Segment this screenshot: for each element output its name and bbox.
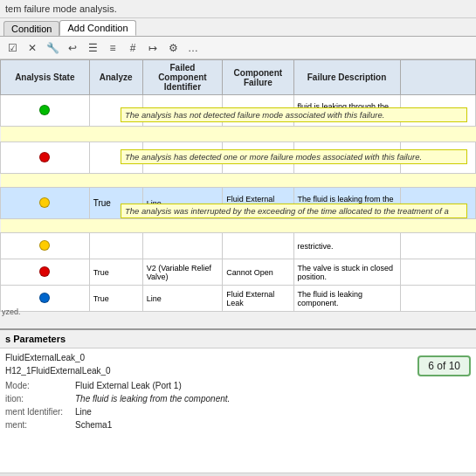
param-value-schema: Schema1 bbox=[75, 420, 401, 430]
bottom-inner: FluidExternalLeak_0 H12_1FluidExternalLe… bbox=[0, 348, 476, 473]
toolbar-lines-btn[interactable]: ≡ bbox=[104, 39, 121, 57]
notif-spacer-row-3 bbox=[1, 219, 476, 233]
param-row-schema: ment: Schema1 bbox=[5, 419, 401, 431]
cell-dot bbox=[1, 188, 90, 219]
right-counter: 6 of 10 bbox=[401, 352, 471, 469]
cell-cf bbox=[223, 142, 293, 174]
param-row-2: H12_1FluidExternalLeak_0 bbox=[5, 365, 401, 376]
analyzed-label: yzed. bbox=[2, 307, 21, 316]
params-title: s Parameters bbox=[0, 330, 476, 348]
cell-fd: The fluid is leaking component. bbox=[293, 286, 400, 312]
table-row[interactable]: restrictive. bbox=[1, 233, 476, 259]
counter-badge[interactable]: 6 of 10 bbox=[417, 355, 471, 376]
cell-analyze bbox=[89, 142, 142, 174]
cell-cf: (Port 1), (Port 2) bbox=[223, 95, 293, 127]
bottom-scrollbar[interactable] bbox=[0, 473, 476, 476]
tab-add-condition[interactable]: Add Condition bbox=[59, 20, 135, 36]
param-value-2: H12_1FluidExternalLeak_0 bbox=[5, 366, 401, 376]
bottom-section: s Parameters FluidExternalLeak_0 H12_1Fl… bbox=[0, 330, 476, 476]
table-row[interactable]: True Line Fluid External Leak The fluid … bbox=[1, 286, 476, 312]
cell-extra bbox=[400, 188, 475, 219]
cell-analyze: True bbox=[89, 286, 142, 312]
table-row[interactable]: ing ent. bbox=[1, 142, 476, 174]
dot-yellow-icon bbox=[39, 240, 50, 251]
cell-fci: Line bbox=[142, 286, 223, 312]
table-row[interactable]: True Line Fluid External Leak (Port 1) T… bbox=[1, 188, 476, 219]
toolbar-arrow-btn[interactable]: ↦ bbox=[144, 39, 162, 57]
cell-cf: Fluid External Leak (Port 1) bbox=[223, 188, 293, 219]
col-header-analyze: Analyze bbox=[89, 60, 142, 95]
param-row-mode: Mode: Fluid External Leak (Port 1) bbox=[5, 380, 401, 391]
param-label-ident: ment Identifier: bbox=[5, 407, 75, 417]
cell-dot bbox=[1, 142, 90, 174]
toolbar-hash-btn[interactable]: # bbox=[124, 39, 141, 57]
cell-analyze: True bbox=[89, 188, 142, 219]
cell-fd: The valve is stuck in closed position. bbox=[293, 259, 400, 286]
cell-fd: The fluid is leaking from the component. bbox=[293, 188, 400, 219]
col-header-extra bbox=[400, 60, 475, 95]
col-header-fd: Failure Description bbox=[293, 60, 400, 95]
tab-condition[interactable]: Condition bbox=[3, 21, 59, 36]
toolbar-undo-btn[interactable]: ↩ bbox=[64, 39, 81, 57]
cell-fd: fluid is leaking through the component. bbox=[293, 95, 400, 127]
dot-yellow-small-icon bbox=[39, 197, 50, 208]
top-bar-text: tem failure mode analysis. bbox=[5, 3, 117, 14]
toolbar-list-btn[interactable]: ☰ bbox=[84, 39, 101, 57]
table-row[interactable]: True V2 (Variable Relief Valve) Cannot O… bbox=[1, 259, 476, 286]
col-header-fci: Failed Component Identifier bbox=[142, 60, 223, 95]
toolbar-dots-btn[interactable]: … bbox=[184, 39, 202, 57]
main-content: The analysis has not detected failure mo… bbox=[0, 59, 476, 476]
cell-extra bbox=[400, 259, 475, 286]
cell-fci bbox=[142, 142, 223, 174]
param-row-ident: ment Identifier: Line bbox=[5, 406, 401, 417]
toolbar-gear-btn[interactable]: ⚙ bbox=[164, 39, 182, 57]
cell-analyze bbox=[89, 95, 142, 127]
cell-dot bbox=[1, 259, 90, 286]
toolbar-close-btn[interactable]: ✕ bbox=[24, 39, 41, 57]
notif-spacer-row bbox=[1, 127, 476, 142]
cell-analyze: True bbox=[89, 259, 142, 286]
cell-extra bbox=[400, 142, 475, 174]
cell-fci: V2 (Variable Relief Valve) bbox=[142, 259, 223, 286]
cell-fci bbox=[142, 233, 223, 259]
cell-dot bbox=[1, 95, 90, 127]
table-section: The analysis has not detected failure mo… bbox=[0, 59, 476, 330]
cell-cf: Cannot Open bbox=[223, 259, 293, 286]
param-value-desc: The fluid is leaking from the component. bbox=[75, 394, 401, 404]
cell-fci: Pump with Quality bbox=[142, 95, 223, 127]
tab-bar: Condition Add Condition bbox=[0, 18, 476, 37]
cell-cf: Fluid External Leak bbox=[223, 286, 293, 312]
param-row-desc: ition: The fluid is leaking from the com… bbox=[5, 393, 401, 404]
cell-fci: Line bbox=[142, 188, 223, 219]
notif-spacer-row-2 bbox=[1, 174, 476, 188]
cell-extra bbox=[400, 95, 475, 127]
cell-extra bbox=[400, 233, 475, 259]
cell-analyze bbox=[89, 233, 142, 259]
param-value-ident: Line bbox=[75, 407, 401, 417]
table-row[interactable]: Pump with Quality (Port 1), (Port 2) flu… bbox=[1, 95, 476, 127]
param-value-mode: Fluid External Leak (Port 1) bbox=[75, 381, 401, 390]
cell-fd: restrictive. bbox=[293, 233, 400, 259]
dot-red-2-icon bbox=[39, 266, 50, 277]
toolbar-tool-btn[interactable]: 🔧 bbox=[44, 39, 61, 57]
param-label-desc: ition: bbox=[5, 394, 75, 404]
param-row-1: FluidExternalLeak_0 bbox=[5, 352, 401, 363]
cell-extra bbox=[400, 286, 475, 312]
param-value-1: FluidExternalLeak_0 bbox=[5, 353, 401, 362]
cell-cf bbox=[223, 233, 293, 259]
dot-blue-icon bbox=[39, 293, 50, 303]
left-params: FluidExternalLeak_0 H12_1FluidExternalLe… bbox=[5, 352, 401, 469]
col-header-analysis-state: Analysis State bbox=[1, 60, 90, 95]
col-header-cf: Component Failure bbox=[223, 60, 293, 95]
cell-fd: ing ent. bbox=[293, 142, 400, 174]
dot-green-icon bbox=[39, 105, 50, 115]
toolbar: ☑ ✕ 🔧 ↩ ☰ ≡ # ↦ ⚙ … bbox=[0, 37, 476, 59]
dot-red-icon bbox=[39, 152, 50, 162]
cell-dot bbox=[1, 233, 90, 259]
param-label-mode: Mode: bbox=[5, 381, 75, 390]
toolbar-checkbox-btn[interactable]: ☑ bbox=[3, 39, 21, 57]
param-label-schema: ment: bbox=[5, 420, 75, 430]
top-bar: tem failure mode analysis. bbox=[0, 0, 476, 18]
